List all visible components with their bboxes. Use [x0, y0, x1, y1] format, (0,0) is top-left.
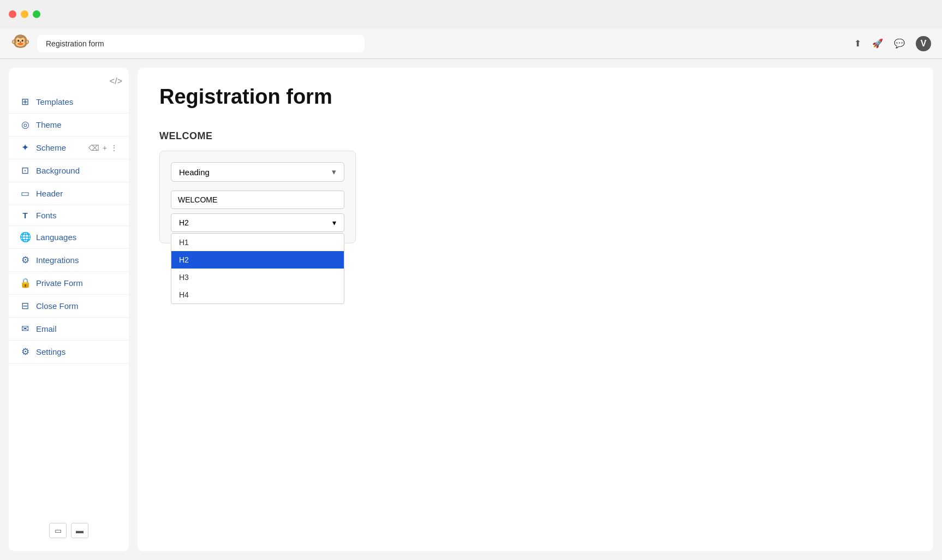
background-label: Background — [36, 166, 80, 175]
sidebar-item-templates[interactable]: ⊞ Templates — [9, 91, 129, 114]
close-form-icon: ⊟ — [20, 300, 31, 312]
close-button[interactable] — [9, 10, 16, 18]
tab-title: Registration form — [46, 39, 104, 48]
option-h2[interactable]: H2 — [171, 251, 344, 269]
scheme-add-icon[interactable]: + — [103, 144, 107, 152]
templates-icon: ⊞ — [20, 96, 31, 108]
tablet-view-toggle[interactable]: ▭ — [49, 523, 67, 538]
sidebar-item-theme[interactable]: ◎ Theme — [9, 114, 129, 136]
languages-label: Languages — [36, 233, 76, 242]
sidebar-item-languages[interactable]: 🌐 Languages — [9, 226, 129, 249]
fonts-label: Fonts — [36, 211, 57, 220]
sidebar-top: </> — [9, 74, 129, 91]
browser-actions: ⬆ 🚀 💬 V — [854, 36, 931, 51]
languages-icon: 🌐 — [20, 231, 31, 243]
heading-chevron-icon: ▾ — [332, 167, 336, 177]
share-icon[interactable]: ⬆ — [854, 38, 861, 49]
main-content: Registration form WELCOME Heading ▾ H2 ▾… — [138, 68, 933, 551]
browser-tab[interactable]: Registration form — [37, 35, 365, 52]
section-label: WELCOME — [159, 130, 911, 142]
sidebar-item-close-form[interactable]: ⊟ Close Form — [9, 295, 129, 318]
option-h3[interactable]: H3 — [171, 269, 344, 286]
app-logo: 🐵 — [11, 34, 31, 53]
title-bar — [0, 0, 942, 28]
background-icon: ⊡ — [20, 165, 31, 176]
settings-icon: ⚙ — [20, 346, 31, 358]
select-wrapper: H2 ▾ H1 H2 H3 H4 — [171, 213, 344, 232]
header-label: Header — [36, 189, 63, 198]
theme-label: Theme — [36, 120, 62, 129]
comment-icon[interactable]: 💬 — [894, 38, 905, 49]
sidebar-item-settings[interactable]: ⚙ Settings — [9, 341, 129, 364]
email-label: Email — [36, 324, 57, 333]
scheme-delete-icon[interactable]: ⌫ — [88, 144, 99, 152]
minimize-button[interactable] — [21, 10, 28, 18]
heading-level-options: H1 H2 H3 H4 — [171, 233, 344, 304]
integrations-label: Integrations — [36, 255, 79, 265]
close-form-label: Close Form — [36, 301, 79, 311]
heading-level-select[interactable]: H2 ▾ — [171, 213, 344, 232]
private-form-icon: 🔒 — [20, 277, 31, 289]
email-icon: ✉ — [20, 323, 31, 335]
heading-dropdown-label: Heading — [179, 168, 210, 177]
sidebar-item-background[interactable]: ⊡ Background — [9, 159, 129, 182]
scheme-icon: ✦ — [20, 142, 31, 153]
content-card: Heading ▾ H2 ▾ H1 H2 H3 H4 — [159, 151, 356, 243]
private-form-label: Private Form — [36, 278, 83, 288]
user-avatar[interactable]: V — [916, 36, 931, 51]
browser-chrome: 🐵 Registration form ⬆ 🚀 💬 V — [0, 28, 942, 59]
traffic-lights — [9, 10, 40, 18]
heading-dropdown[interactable]: Heading ▾ — [171, 162, 344, 182]
sidebar-item-integrations[interactable]: ⚙ Integrations — [9, 249, 129, 272]
scheme-actions: ⌫ + ⋮ — [88, 144, 118, 152]
code-toggle-icon[interactable]: </> — [110, 76, 122, 86]
sidebar-item-fonts[interactable]: T Fonts — [9, 205, 129, 226]
sidebar-item-private-form[interactable]: 🔒 Private Form — [9, 272, 129, 295]
select-value: H2 — [179, 218, 189, 227]
settings-label: Settings — [36, 347, 65, 356]
sidebar-item-scheme[interactable]: ✦ Scheme ⌫ + ⋮ — [9, 136, 129, 159]
heading-text-input[interactable] — [171, 190, 344, 209]
option-h1[interactable]: H1 — [171, 234, 344, 251]
theme-icon: ◎ — [20, 119, 31, 130]
sidebar-item-email[interactable]: ✉ Email — [9, 318, 129, 341]
scheme-more-icon[interactable]: ⋮ — [110, 144, 118, 152]
app-container: </> ⊞ Templates ◎ Theme ✦ Scheme ⌫ + ⋮ ⊡… — [0, 59, 942, 560]
integrations-icon: ⚙ — [20, 254, 31, 266]
rocket-icon[interactable]: 🚀 — [872, 38, 883, 49]
page-title: Registration form — [159, 85, 911, 109]
templates-label: Templates — [36, 97, 73, 106]
sidebar: </> ⊞ Templates ◎ Theme ✦ Scheme ⌫ + ⋮ ⊡… — [9, 68, 129, 551]
header-icon: ▭ — [20, 188, 31, 199]
sidebar-item-header[interactable]: ▭ Header — [9, 182, 129, 205]
desktop-view-toggle[interactable]: ▬ — [71, 523, 88, 538]
fonts-icon: T — [20, 211, 31, 220]
scheme-label: Scheme — [36, 143, 88, 152]
sidebar-bottom: ▭ ▬ — [9, 516, 129, 545]
maximize-button[interactable] — [33, 10, 40, 18]
option-h4[interactable]: H4 — [171, 286, 344, 303]
select-chevron-icon: ▾ — [332, 218, 336, 227]
